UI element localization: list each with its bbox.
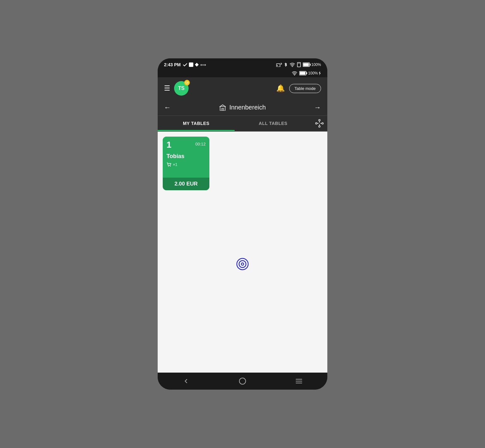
svg-point-18 — [319, 120, 320, 121]
tabs-bar: MY TABLES ALL TABLES — [158, 116, 327, 132]
tab-layout-icon[interactable] — [312, 119, 327, 128]
svg-point-32 — [239, 378, 246, 384]
svg-rect-13 — [306, 72, 307, 74]
status-left: 2:43 PM ⟺ — [164, 62, 207, 67]
avatar[interactable]: TS — [174, 81, 189, 96]
loading-spinner — [236, 258, 249, 270]
svg-rect-12 — [300, 72, 306, 75]
status-bar: 2:43 PM ⟺ — [158, 58, 327, 71]
home-button[interactable] — [233, 373, 252, 390]
status-time: 2:43 PM — [164, 62, 181, 67]
grid-control-icon — [315, 119, 324, 128]
hamburger-menu-icon[interactable]: ☰ — [164, 84, 170, 92]
main-content: 1 00:12 Tobias ×1 2.00 EUR — [158, 132, 327, 373]
diamond-icon — [195, 62, 199, 67]
status-bar-2: 100% — [158, 71, 327, 77]
battery-percent-2: 100% — [308, 71, 318, 75]
table-mode-button[interactable]: Table mode — [289, 84, 321, 93]
status-icons: ⟺ — [183, 62, 207, 67]
bottom-nav — [158, 373, 327, 390]
tab-my-tables[interactable]: MY TABLES — [158, 116, 235, 131]
menu-button[interactable] — [289, 373, 308, 390]
svg-rect-8 — [303, 63, 309, 66]
wifi-icon-2 — [292, 71, 297, 75]
avatar-initials: TS — [178, 85, 184, 91]
tab-all-tables[interactable]: ALL TABLES — [235, 116, 312, 131]
phone-frame: 2:43 PM ⟺ — [158, 58, 327, 390]
svg-rect-1 — [189, 63, 193, 67]
battery-icon — [303, 62, 311, 67]
svg-point-26 — [168, 166, 169, 166]
order-count: ×1 — [173, 162, 178, 167]
cart-icon — [167, 162, 172, 167]
svg-rect-16 — [222, 108, 224, 111]
arrows-icon: ⟺ — [200, 62, 207, 67]
bell-icon[interactable]: 🔔 — [276, 84, 285, 92]
building-icon — [219, 104, 226, 111]
back-button[interactable] — [177, 373, 196, 390]
table-order: ×1 — [167, 162, 206, 167]
back-arrow[interactable]: ← — [164, 103, 171, 112]
battery-container: 100% — [303, 62, 321, 67]
header-right: 🔔 Table mode — [276, 84, 321, 93]
svg-point-20 — [322, 123, 324, 124]
charging-icon — [318, 71, 321, 75]
svg-point-10 — [294, 75, 295, 76]
square-icon — [189, 62, 193, 67]
svg-point-27 — [170, 166, 171, 166]
forward-arrow[interactable]: → — [314, 103, 321, 112]
svg-point-4 — [292, 66, 293, 67]
table-card-1[interactable]: 1 00:12 Tobias ×1 2.00 EUR — [163, 137, 209, 190]
table-price: 2.00 EUR — [174, 181, 198, 187]
status-right: 100% — [276, 62, 321, 67]
svg-rect-9 — [310, 64, 311, 66]
table-number: 1 — [167, 140, 172, 150]
table-time: 00:12 — [195, 142, 206, 146]
location-title: Innenbereich — [229, 104, 266, 111]
svg-point-21 — [319, 126, 320, 127]
svg-point-31 — [242, 263, 243, 265]
avatar-badge — [184, 80, 190, 85]
app-header: ☰ TS 🔔 Table mode — [158, 77, 327, 99]
nav-bar: ← Innenbereich → — [158, 99, 327, 116]
device-icon — [297, 62, 301, 67]
check-icon — [183, 62, 188, 67]
svg-rect-5 — [297, 62, 301, 67]
table-customer-name: Tobias — [167, 153, 206, 160]
wifi-icon — [289, 62, 295, 67]
battery-container-2: 100% — [299, 71, 321, 75]
svg-point-19 — [316, 123, 317, 124]
battery-icon-2 — [299, 71, 307, 75]
table-card-footer: 2.00 EUR — [163, 178, 209, 190]
battery-percent: 100% — [311, 62, 321, 67]
nav-title: Innenbereich — [219, 104, 266, 111]
svg-text:⟺: ⟺ — [200, 62, 206, 67]
cast-icon — [276, 62, 282, 67]
table-card-header: 1 00:12 — [167, 140, 206, 150]
header-left: ☰ TS — [164, 81, 189, 96]
bluetooth-icon — [284, 62, 288, 67]
table-card-top: 1 00:12 Tobias ×1 — [163, 137, 209, 178]
